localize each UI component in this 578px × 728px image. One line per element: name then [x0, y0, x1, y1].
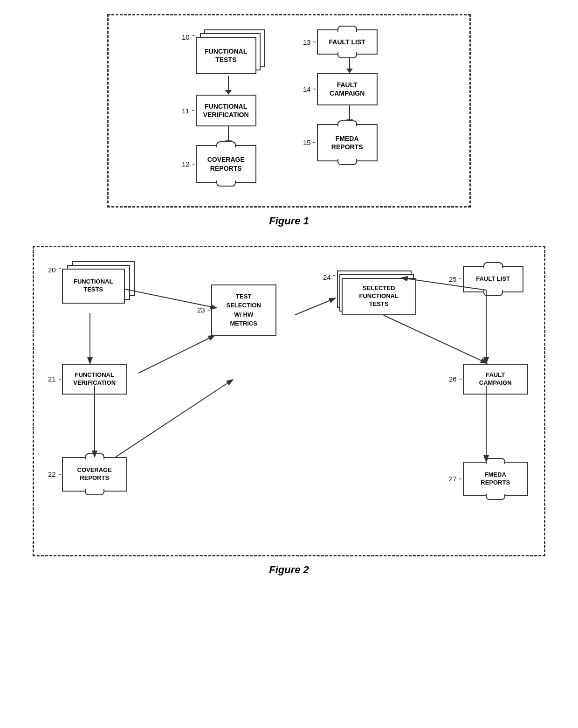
- fig2-coverage-reports-scroll: COVERAGE REPORTS: [62, 457, 127, 492]
- figure1-dashed-box: 10 ~ FUNCTIONAL TESTS: [107, 14, 471, 208]
- fig1-left-column: 10 ~ FUNCTIONAL TESTS: [182, 29, 275, 183]
- fig2-scroll-bottom-25: [483, 290, 503, 296]
- fig2-cr-label: COVERAGE REPORTS: [77, 466, 112, 481]
- fig2-scroll-top-27: [486, 458, 505, 464]
- fig1-arrow1: [225, 76, 232, 95]
- fig2-test-selection-box: TEST SELECTION W/ HW METRICS: [211, 284, 276, 336]
- fig1-arrow2-line: [228, 126, 229, 140]
- fig1-tilde-12: ~: [192, 161, 195, 167]
- svg-line-9: [384, 315, 486, 363]
- figure2-caption: Figure 2: [269, 564, 309, 576]
- fig2-fmeda-label: FMEDA REPORTS: [481, 471, 510, 486]
- fig2-fc-row: 26 ~ FAULT CAMPAIGN: [449, 364, 528, 395]
- svg-line-5: [116, 380, 232, 457]
- fig2-sft-label: SELECTED FUNCTIONAL TESTS: [359, 284, 399, 308]
- fig1-fault-list-row: 13 ~ FAULT LIST: [303, 29, 396, 55]
- fig2-fc-label: FAULT CAMPAIGN: [479, 371, 512, 386]
- fig2-functional-tests-box: FUNCTIONAL TESTS: [62, 269, 125, 304]
- fig1-scroll-bottom-15: [337, 159, 357, 165]
- fig1-scroll-top-12: [216, 141, 236, 147]
- fig1-fault-campaign-row: 14 ~ FAULT CAMPAIGN: [303, 73, 396, 105]
- fig1-fault-list-label: FAULT LIST: [329, 38, 365, 46]
- fig1-label-10: 10: [182, 33, 190, 41]
- fig2-tilde-26: ~: [459, 376, 462, 382]
- fig1-tilde-13: ~: [313, 39, 316, 45]
- fig1-arrowhead3: [346, 69, 353, 73]
- fig2-scroll-bottom-27: [486, 494, 505, 500]
- fig2-label-20: 20: [48, 266, 56, 274]
- fig2-label-22: 22: [48, 470, 56, 478]
- fig1-fmeda-row: 15 ~ FMEDA REPORTS: [303, 124, 396, 161]
- fig1-coverage-reports-scroll: COVERAGE REPORTS: [196, 145, 256, 182]
- fig2-tilde-23: ~: [207, 307, 210, 313]
- fig1-fault-campaign-box: FAULT CAMPAIGN: [317, 73, 378, 105]
- fig2-sft-row: 24 ~ SELECTED FUNCTIONAL TESTS: [323, 270, 419, 322]
- fig1-fault-campaign-label: FAULT CAMPAIGN: [330, 81, 365, 97]
- fig2-tilde-21: ~: [58, 376, 61, 382]
- fig1-label-13: 13: [303, 38, 311, 46]
- fig2-label-21: 21: [48, 375, 56, 383]
- svg-line-3: [138, 336, 214, 373]
- fig2-tilde-20: ~: [58, 265, 61, 271]
- fig2-fl-row: 25 ~ FAULT LIST: [449, 266, 523, 292]
- fig1-scroll-top-15: [337, 120, 357, 126]
- fig2-label-24: 24: [323, 273, 331, 281]
- fig1-arrow1-line: [228, 76, 229, 90]
- fig1-functional-verification-box: FUNCTIONAL VERIFICATION: [196, 95, 256, 126]
- fig1-fmeda-label: FMEDA REPORTS: [331, 135, 363, 151]
- fig1-coverage-reports-row: 12 ~ COVERAGE REPORTS: [182, 145, 275, 182]
- fig2-functional-tests-stack: FUNCTIONAL TESTS: [62, 261, 139, 305]
- fig1-coverage-reports-label: COVERAGE REPORTS: [207, 156, 245, 172]
- fig1-scroll-top-13: [337, 26, 357, 32]
- fig2-tilde-24: ~: [333, 272, 336, 279]
- fig2-tilde-27: ~: [459, 476, 462, 482]
- fig1-scroll-bottom-12: [216, 180, 236, 187]
- figure1-container: 10 ~ FUNCTIONAL TESTS: [28, 14, 550, 227]
- fig2-sft-stack: SELECTED FUNCTIONAL TESTS: [337, 270, 419, 322]
- fig2-inner: 20 ~ FUNCTIONAL TESTS 23 ~ TEST SELECTIO…: [48, 261, 533, 532]
- fig1-label-15: 15: [303, 139, 311, 146]
- fig1-arrow4-line: [349, 105, 350, 119]
- fig2-fmeda-row: 27 ~ FMEDA REPORTS: [449, 462, 528, 496]
- fig2-scroll-top-25: [483, 262, 503, 268]
- fig2-label-23: 23: [197, 306, 205, 314]
- figure2-dashed-box: 20 ~ FUNCTIONAL TESTS 23 ~ TEST SELECTIO…: [33, 246, 545, 556]
- fig1-scroll-bottom-13: [337, 52, 357, 58]
- fig1-functional-tests-label: FUNCTIONAL TESTS: [205, 47, 247, 64]
- fig2-label-27: 27: [449, 475, 457, 483]
- fig1-label-14: 14: [303, 85, 311, 93]
- fig1-tilde-14: ~: [313, 86, 316, 92]
- fig2-cr-row: 22 ~ COVERAGE REPORTS: [48, 457, 127, 492]
- fig2-ts-label: TEST SELECTION W/ HW METRICS: [227, 293, 261, 327]
- fig2-sft-box: SELECTED FUNCTIONAL TESTS: [342, 278, 416, 315]
- fig2-ft-row: 20 ~ FUNCTIONAL TESTS: [48, 261, 139, 305]
- fig2-ft-label: FUNCTIONAL TESTS: [74, 278, 113, 294]
- fig2-scroll-bottom-22: [85, 489, 104, 495]
- fig1-label-11: 11: [182, 107, 190, 115]
- figure1-caption: Figure 1: [269, 215, 309, 227]
- fig1-arrowhead1: [225, 90, 232, 95]
- fig2-label-26: 26: [449, 375, 457, 383]
- fig2-tilde-22: ~: [58, 471, 61, 478]
- fig1-functional-verification-row: 11 ~ FUNCTIONAL VERIFICATION: [182, 95, 275, 126]
- fig2-scroll-top-22: [85, 453, 104, 459]
- fig2-functional-verification-box: FUNCTIONAL VERIFICATION: [62, 364, 127, 395]
- fig1-label-12: 12: [182, 160, 190, 168]
- fig2-fault-list-scroll: FAULT LIST: [463, 266, 523, 292]
- fig1-functional-tests-box: FUNCTIONAL TESTS: [196, 37, 256, 74]
- fig1-tilde-10: ~: [192, 32, 195, 39]
- fig1-functional-tests-row: 10 ~ FUNCTIONAL TESTS: [182, 29, 275, 76]
- fig2-label-25: 25: [449, 275, 457, 283]
- fig1-functional-verification-label: FUNCTIONAL VERIFICATION: [203, 103, 249, 118]
- fig1-tilde-15: ~: [313, 139, 316, 146]
- fig1-right-column: 13 ~ FAULT LIST 14 ~: [303, 29, 396, 161]
- fig1-tilde-11: ~: [192, 107, 195, 114]
- fig2-fmeda-scroll: FMEDA REPORTS: [463, 462, 528, 496]
- fig2-fv-row: 21 ~ FUNCTIONAL VERIFICATION: [48, 364, 127, 395]
- fig2-tilde-25: ~: [459, 276, 462, 282]
- fig1-fmeda-scroll: FMEDA REPORTS: [317, 124, 378, 161]
- fig2-fl-label: FAULT LIST: [476, 275, 510, 282]
- fig2-fv-label: FUNCTIONAL VERIFICATION: [73, 371, 116, 386]
- fig2-fault-campaign-box: FAULT CAMPAIGN: [463, 364, 528, 395]
- fig1-functional-tests-stack: FUNCTIONAL TESTS: [196, 29, 268, 76]
